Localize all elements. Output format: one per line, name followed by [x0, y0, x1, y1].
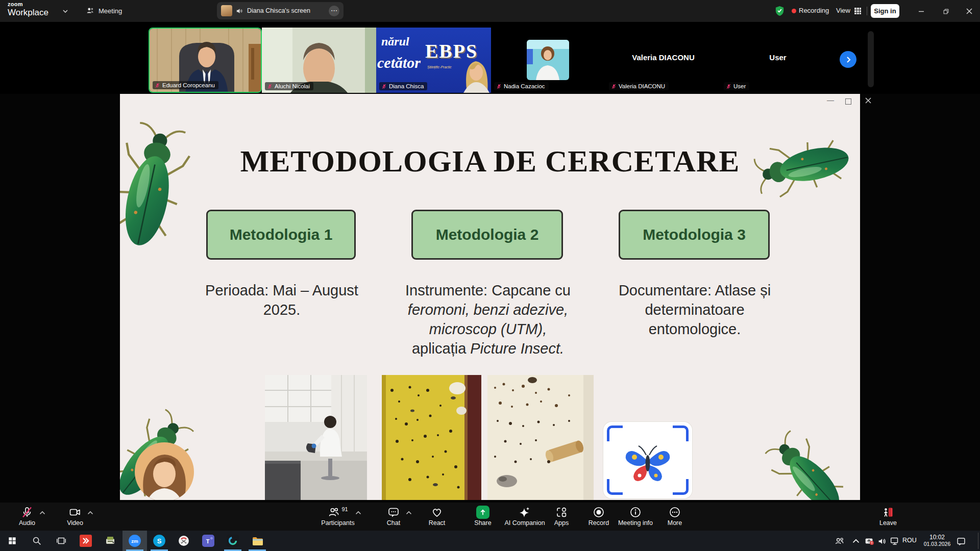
restore-button[interactable]	[941, 6, 951, 16]
taskbar-app-teams[interactable]: T	[196, 531, 220, 551]
participant-label: Nadia Cazacioc	[494, 82, 549, 90]
strip-edge-handle[interactable]	[868, 31, 874, 87]
slide-minimize-icon[interactable]: —	[827, 96, 834, 104]
video-tile-aluchi[interactable]: Aluchi Nicolai	[262, 28, 376, 93]
methodology-box-3: Metodologia 3	[619, 210, 770, 260]
participants-button[interactable]: 91 Participants	[313, 506, 362, 527]
audio-button[interactable]: Audio	[3, 506, 52, 527]
sign-in-button[interactable]: Sign in	[871, 4, 899, 18]
close-icon	[966, 8, 973, 15]
video-tile-nadia[interactable]: Nadia Cazacioc	[491, 28, 606, 93]
meeting-toolbar: Audio Video 91 Participants Chat React S…	[0, 503, 980, 531]
video-label: Video	[51, 519, 100, 527]
chat-button[interactable]: Chat	[369, 506, 418, 527]
shared-screen-stage: METODOLOGIA DE CERCETARE Metodologia 1 M…	[0, 94, 980, 503]
view-grid-icon[interactable]	[854, 7, 862, 15]
photo-lab-microscope	[265, 375, 367, 500]
show-desktop-divider[interactable]	[978, 533, 978, 549]
video-strip: Eduard Coropceanu Aluchi Nicolai nărul c…	[0, 22, 980, 94]
recording-label: Recording	[799, 7, 829, 14]
video-tile-user[interactable]: User User	[721, 28, 835, 93]
participant-center-name: Valeria DIACONU	[606, 53, 721, 62]
video-tile-diana[interactable]: nărul cetător EBPS Științific-Practic Di…	[376, 28, 491, 93]
react-label: React	[412, 519, 461, 527]
tray-notification-badge-icon[interactable]	[864, 536, 875, 547]
frame-corner	[673, 479, 689, 495]
zoom-workplace-logo: zoom Workplace	[8, 2, 48, 17]
participant-name: Eduard Coropceanu	[162, 82, 215, 88]
tray-speaker-icon[interactable]	[877, 536, 888, 547]
ai-sparkle-icon	[519, 506, 531, 518]
classroom-tool-icon	[104, 535, 116, 547]
participant-center-name: User	[721, 53, 835, 62]
video-options-chevron-icon[interactable]	[87, 511, 93, 515]
taskbar-app-zoom[interactable]: zm	[122, 531, 147, 551]
slide-title: METODOLOGIA DE CERCETARE	[120, 144, 860, 179]
banner-script-bottom: cetător	[377, 54, 421, 71]
taskbar-app-webex[interactable]	[220, 531, 245, 551]
video-tile-valeria[interactable]: Valeria DIACONU Valeria DIACONU	[606, 28, 721, 93]
task-view-button[interactable]	[49, 531, 74, 551]
avatar	[221, 5, 232, 16]
methodology-box-1: Metodologia 1	[206, 210, 356, 260]
tray-people-icon[interactable]	[834, 536, 845, 547]
participant-label: Diana Chisca	[379, 82, 427, 90]
presenter-webcam-circle	[135, 442, 194, 500]
share-screen-icon	[476, 506, 489, 519]
participant-name: Aluchi Nicolai	[275, 83, 310, 89]
action-center-icon[interactable]	[955, 536, 967, 547]
tray-chevron-up-icon[interactable]	[850, 536, 862, 547]
date: 01.03.2026	[922, 541, 952, 547]
people-icon	[86, 6, 95, 15]
participant-name: Diana Chisca	[389, 83, 424, 89]
taskbar-app-skype[interactable]: S	[147, 531, 172, 551]
tab-meeting[interactable]: Meeting	[86, 5, 122, 17]
taskbar-app-classroom[interactable]	[98, 531, 122, 551]
audio-options-chevron-icon[interactable]	[39, 511, 45, 515]
start-button[interactable]	[0, 531, 24, 551]
tray-network-icon[interactable]	[889, 536, 900, 547]
windows-logo-icon	[7, 536, 17, 546]
picture-insect-app-icon	[603, 422, 692, 498]
close-button[interactable]	[964, 6, 974, 16]
presentation-slide: METODOLOGIA DE CERCETARE Metodologia 1 M…	[120, 94, 860, 500]
tab-shared-screen[interactable]: Diana Chisca's screen ⋯	[217, 2, 344, 19]
security-shield-icon[interactable]	[774, 5, 786, 17]
taskbar-clock[interactable]: 10:02 01.03.2026	[922, 534, 952, 547]
taskbar-app-snipping[interactable]	[172, 531, 196, 551]
tab-options-ellipsis-icon[interactable]: ⋯	[329, 6, 339, 16]
workspace-chevron-down-icon[interactable]	[62, 8, 69, 15]
minimize-button[interactable]	[916, 6, 926, 16]
view-button-label[interactable]: View	[836, 7, 850, 14]
text-line: 2025.	[175, 300, 389, 319]
text-segment: aplicația	[412, 340, 466, 357]
heart-icon	[431, 506, 443, 518]
text-line: microscop (UTM),	[381, 319, 595, 339]
participants-options-chevron-icon[interactable]	[355, 511, 361, 515]
mic-muted-icon	[726, 84, 731, 89]
video-tile-eduard[interactable]: Eduard Coropceanu	[149, 28, 262, 93]
taskbar-app-file-explorer[interactable]	[245, 531, 270, 551]
taskbar-app-red[interactable]	[74, 531, 98, 551]
divider	[867, 7, 867, 15]
more-button[interactable]: More	[650, 506, 699, 527]
text-line: aplicația Picture Insect.	[381, 339, 595, 358]
language-indicator[interactable]: ROU	[902, 537, 917, 544]
skype-glyph: S	[157, 537, 162, 545]
mic-muted-icon	[381, 84, 387, 89]
react-button[interactable]: React	[412, 506, 461, 527]
video-thumbnail	[527, 40, 569, 80]
chat-bubble-icon	[387, 506, 400, 518]
leave-button[interactable]: Leave	[864, 506, 913, 527]
taskbar-search-button[interactable]	[24, 531, 49, 551]
brand-zoom: zoom	[8, 2, 48, 7]
next-participants-button[interactable]	[840, 51, 856, 68]
slide-restore-icon[interactable]	[845, 98, 851, 105]
chat-options-chevron-icon[interactable]	[406, 511, 412, 515]
chevron-right-icon	[845, 56, 852, 63]
shared-window-close-icon[interactable]	[865, 97, 872, 104]
participants-icon	[328, 506, 340, 518]
video-button[interactable]: Video	[51, 506, 100, 527]
skype-app-icon: S	[153, 534, 166, 547]
presenter-figure	[443, 55, 491, 93]
